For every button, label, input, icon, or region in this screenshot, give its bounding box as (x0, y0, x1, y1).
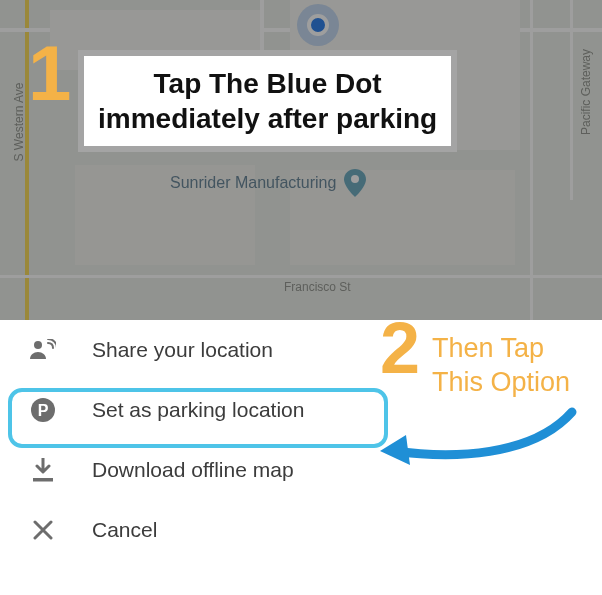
menu-label: Set as parking location (92, 398, 304, 422)
parking-icon: P (28, 397, 58, 423)
step-2-line1: Then Tap (432, 332, 570, 366)
step-2-number: 2 (380, 312, 420, 384)
svg-text:P: P (38, 402, 49, 419)
svg-point-1 (34, 341, 42, 349)
map-background: S Western Ave Pacific Gateway Francisco … (0, 0, 602, 320)
map-dim-overlay (0, 0, 602, 320)
step-1-callout: Tap The Blue Dot immediately after parki… (78, 50, 457, 152)
menu-cancel[interactable]: Cancel (0, 500, 602, 560)
close-icon (28, 520, 58, 540)
share-location-icon (28, 339, 58, 361)
menu-download-offline[interactable]: Download offline map (0, 440, 602, 500)
step-2-line2: This Option (432, 366, 570, 400)
step-1-line2: immediately after parking (98, 101, 437, 136)
download-icon (28, 458, 58, 482)
menu-label: Cancel (92, 518, 157, 542)
svg-rect-4 (33, 478, 53, 482)
step-2-callout: Then Tap This Option (432, 332, 570, 400)
menu-label: Share your location (92, 338, 273, 362)
step-1-number: 1 (28, 34, 71, 112)
step-1-line1: Tap The Blue Dot (98, 66, 437, 101)
menu-label: Download offline map (92, 458, 294, 482)
